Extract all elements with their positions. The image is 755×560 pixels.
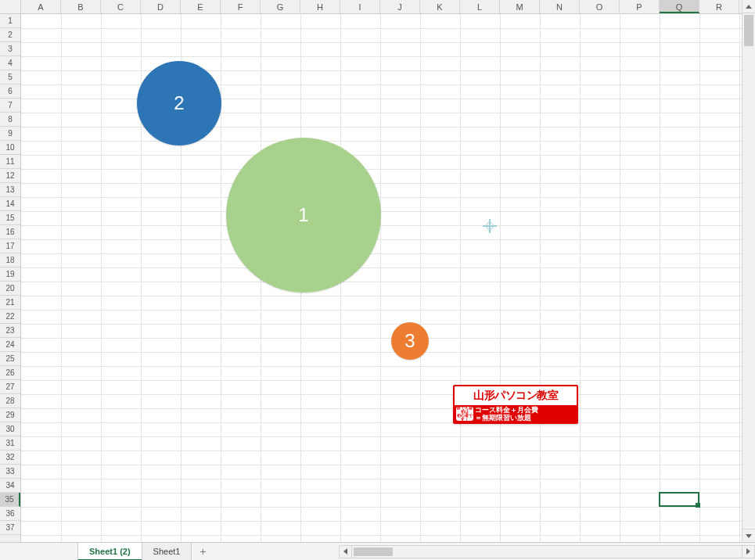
column-header-K[interactable]: K (420, 0, 460, 13)
row-header-18[interactable]: 18 (0, 253, 20, 267)
column-header-R[interactable]: R (699, 0, 739, 13)
row-header-29[interactable]: 29 (0, 408, 20, 422)
select-all-corner[interactable] (0, 0, 21, 14)
chevron-up-icon (746, 5, 752, 9)
scroll-down-button[interactable] (742, 529, 755, 542)
row-header-7[interactable]: 7 (0, 99, 20, 113)
banner-line-2: ＝無期限習い放題 (475, 415, 575, 422)
column-header-O[interactable]: O (580, 0, 620, 13)
row-header-37[interactable]: 37 (0, 521, 20, 535)
circle-shape-1[interactable]: 1 (226, 138, 381, 293)
row-header-28[interactable]: 28 (0, 394, 20, 408)
row-header-35[interactable]: 35 (0, 493, 20, 507)
sheet-tab-strip: Sheet1 (2)Sheet1 + (0, 542, 755, 560)
row-header-26[interactable]: 26 (0, 366, 20, 380)
row-header-25[interactable]: 25 (0, 352, 20, 366)
row-header-4[interactable]: 4 (0, 56, 20, 70)
chevron-right-icon (746, 548, 750, 555)
column-header-E[interactable]: E (181, 0, 221, 13)
column-header-P[interactable]: P (620, 0, 660, 13)
scroll-left-button[interactable] (339, 545, 352, 558)
column-headers: ABCDEFGHIJKLMNOPQR (21, 0, 742, 14)
row-header-36[interactable]: 36 (0, 507, 20, 521)
row-header-11[interactable]: 11 (0, 155, 20, 169)
row-header-23[interactable]: 23 (0, 324, 20, 338)
chevron-down-icon (746, 534, 752, 538)
row-header-12[interactable]: 12 (0, 169, 20, 183)
cell-grid[interactable]: 213山形パソコン教室誰でも最初は初心者です！コース料金＋月会費＝無期限習い放題 (21, 14, 742, 542)
row-header-34[interactable]: 34 (0, 479, 20, 493)
column-header-C[interactable]: C (101, 0, 141, 13)
column-header-N[interactable]: N (540, 0, 580, 13)
row-header-33[interactable]: 33 (0, 465, 20, 479)
crosshair-cursor-icon (483, 219, 497, 233)
row-header-31[interactable]: 31 (0, 436, 20, 451)
row-header-6[interactable]: 6 (0, 84, 20, 99)
circle-shape-2[interactable]: 2 (137, 61, 221, 145)
column-header-J[interactable]: J (380, 0, 420, 13)
row-header-19[interactable]: 19 (0, 267, 20, 282)
row-header-17[interactable]: 17 (0, 239, 20, 253)
column-header-B[interactable]: B (61, 0, 101, 13)
add-sheet-button[interactable]: + (192, 543, 214, 560)
plus-icon: + (200, 545, 206, 558)
row-header-24[interactable]: 24 (0, 338, 20, 352)
column-header-D[interactable]: D (141, 0, 181, 13)
scroll-right-button[interactable] (742, 545, 755, 558)
column-header-L[interactable]: L (460, 0, 500, 13)
column-header-Q[interactable]: Q (660, 0, 699, 13)
row-header-2[interactable]: 2 (0, 28, 20, 42)
sheet-tabs: Sheet1 (2)Sheet1 (78, 543, 192, 560)
row-header-14[interactable]: 14 (0, 197, 20, 211)
row-header-10[interactable]: 10 (0, 141, 20, 155)
column-header-G[interactable]: G (261, 0, 300, 13)
sheet-tab-sheet1-2-[interactable]: Sheet1 (2) (77, 543, 142, 560)
vertical-scroll-thumb[interactable] (744, 15, 753, 46)
row-header-27[interactable]: 27 (0, 380, 20, 394)
row-header-20[interactable]: 20 (0, 282, 20, 296)
circle-shape-3[interactable]: 3 (391, 322, 429, 360)
row-header-30[interactable]: 30 (0, 422, 20, 436)
horizontal-scroll-track[interactable] (352, 545, 742, 558)
column-header-I[interactable]: I (340, 0, 380, 13)
banner-title: 山形パソコン教室 (455, 386, 577, 405)
row-header-16[interactable]: 16 (0, 225, 20, 239)
shapes-layer: 213山形パソコン教室誰でも最初は初心者です！コース料金＋月会費＝無期限習い放題 (21, 14, 742, 542)
chevron-left-icon (343, 548, 347, 555)
row-header-15[interactable]: 15 (0, 211, 20, 225)
banner-line-1: コース料金＋月会費 (475, 407, 575, 414)
column-header-A[interactable]: A (21, 0, 61, 13)
banner-badge: 誰でも最初は初心者です！ (456, 407, 473, 421)
row-header-21[interactable]: 21 (0, 296, 20, 310)
column-header-H[interactable]: H (300, 0, 340, 13)
row-header-32[interactable]: 32 (0, 451, 20, 465)
scroll-up-button[interactable] (742, 0, 755, 13)
horizontal-scroll-thumb[interactable] (354, 547, 393, 556)
row-header-8[interactable]: 8 (0, 113, 20, 127)
row-header-13[interactable]: 13 (0, 183, 20, 197)
worksheet-area: ABCDEFGHIJKLMNOPQR 123456789101112131415… (0, 0, 742, 542)
column-header-F[interactable]: F (221, 0, 261, 13)
ad-banner[interactable]: 山形パソコン教室誰でも最初は初心者です！コース料金＋月会費＝無期限習い放題 (453, 385, 578, 424)
sheet-tab-sheet1[interactable]: Sheet1 (142, 543, 192, 560)
tab-nav-spacer (0, 543, 78, 560)
row-header-5[interactable]: 5 (0, 70, 20, 84)
row-header-1[interactable]: 1 (0, 14, 20, 28)
row-header-9[interactable]: 9 (0, 127, 20, 141)
row-header-3[interactable]: 3 (0, 42, 20, 56)
row-header-22[interactable]: 22 (0, 310, 20, 324)
column-header-M[interactable]: M (500, 0, 540, 13)
horizontal-scrollbar[interactable] (339, 543, 755, 560)
row-headers: 1234567891011121314151617181920212223242… (0, 14, 21, 542)
vertical-scrollbar[interactable] (742, 0, 755, 542)
